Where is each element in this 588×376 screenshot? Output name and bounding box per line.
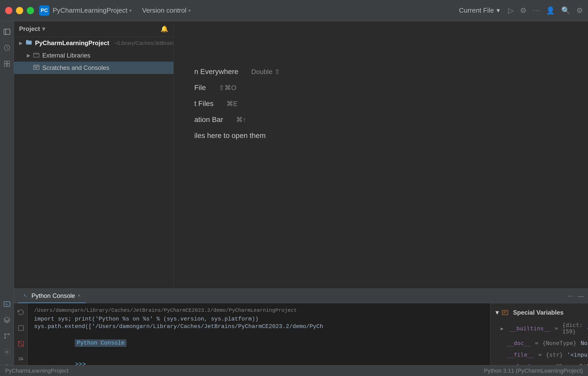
app-icon: PC — [39, 5, 49, 16]
status-bar: PyCharmLearningProject Python 3.11 (PyCh… — [0, 365, 588, 376]
sidebar: Project ▾ 🔔 ▶ PyCharmLearningProject ~/L… — [14, 21, 174, 288]
ext-lib-icon — [33, 52, 40, 59]
console-python-label: Python Console — [75, 339, 127, 347]
var-item-builtins[interactable]: ▶ __builtins__ = {dict: 159} {'Arithmet.… — [490, 319, 588, 337]
console-line-1: import sys; print('Python %s on %s' % (s… — [34, 316, 484, 322]
tab-python-console[interactable]: Python Console × — [18, 289, 86, 303]
activity-console-icon[interactable] — [2, 299, 12, 309]
svg-rect-0 — [4, 29, 10, 35]
var-item-doc: __doc__ = {NoneType} None — [490, 337, 588, 349]
more-options-icon[interactable]: ⋯ — [533, 6, 540, 15]
close-button[interactable] — [5, 7, 12, 14]
project-root-label: PyCharmLearningProject — [35, 39, 109, 47]
welcome-shortcut-2: ⌘E — [226, 100, 238, 108]
status-project-name: PyCharmLearningProject — [5, 367, 69, 374]
builtins-expand-icon: ▶ — [501, 326, 503, 331]
svg-rect-3 — [7, 61, 10, 63]
activity-project-icon[interactable] — [2, 26, 12, 37]
current-file-chevron-icon: ▾ — [497, 6, 500, 14]
sidebar-header: Project ▾ — [14, 21, 173, 37]
search-icon[interactable]: 🔍 — [561, 6, 570, 15]
welcome-action-0: n Everywhere — [194, 68, 238, 76]
welcome-shortcut-3: ⌘↑ — [236, 116, 246, 124]
main-layout: Project ▾ 🔔 ▶ PyCharmLearningProject ~/L… — [0, 21, 588, 376]
activity-bar — [0, 21, 14, 376]
current-file-button[interactable]: Current File ▾ — [456, 5, 503, 16]
svg-point-9 — [4, 337, 6, 339]
welcome-shortcut-0: Double ⇧ — [251, 68, 280, 76]
console-soft-wrap-icon[interactable] — [16, 355, 26, 366]
panel-tabs: Python Console × ⋯ — — [14, 289, 588, 303]
content-area: Project ▾ 🔔 ▶ PyCharmLearningProject ~/L… — [14, 21, 588, 376]
svg-rect-5 — [7, 64, 10, 66]
tree-item-scratches[interactable]: ▶ Scratches and Consoles — [14, 62, 173, 74]
svg-rect-13 — [33, 53, 39, 57]
sidebar-chevron-icon[interactable]: ▾ — [42, 25, 45, 32]
panel-minimize-icon[interactable]: — — [578, 292, 584, 300]
activity-layers-icon[interactable] — [2, 315, 12, 325]
editor-area: n Everywhere Double ⇧ File ⇧⌘O t Files ⌘… — [174, 21, 588, 288]
welcome-action-1: File — [194, 84, 206, 92]
welcome-item-1: File ⇧⌘O — [194, 84, 567, 92]
minimize-button[interactable] — [16, 7, 23, 14]
editor-welcome: n Everywhere Double ⇧ File ⇧⌘O t Files ⌘… — [174, 52, 588, 155]
tree-item-project[interactable]: ▶ PyCharmLearningProject ~/Library/Cache… — [14, 37, 173, 49]
panel-tab-actions: ⋯ — — [567, 292, 584, 300]
run-icon[interactable]: ▷ — [508, 6, 514, 15]
console-stop-icon[interactable] — [16, 323, 26, 335]
welcome-action-2: t Files — [194, 100, 214, 108]
version-control-button[interactable]: Version control — [142, 6, 186, 14]
current-file-label: Current File — [459, 6, 494, 14]
var-item-file: __file__ = {str} '<input>' — [490, 349, 588, 361]
titlebar: PC PyCharmLearningProject ▾ Version cont… — [0, 0, 588, 21]
svg-point-10 — [8, 334, 9, 335]
titlebar-actions: ▷ ⚙ ⋯ 👤 🔍 ⚙ — [508, 6, 583, 15]
activity-plugins-icon[interactable] — [2, 58, 12, 69]
console-tab-close-icon[interactable]: × — [78, 293, 81, 299]
svg-rect-4 — [4, 64, 6, 66]
status-python-version: Python 3.11 (PyCharmLearningProject) — [484, 367, 583, 374]
activity-learn-icon[interactable] — [2, 42, 12, 53]
activity-git-icon[interactable] — [2, 331, 12, 341]
svg-point-11 — [4, 334, 6, 335]
scratches-label: Scratches and Consoles — [42, 64, 109, 71]
special-vars-expand-icon: ▾ — [495, 309, 499, 316]
console-clear-icon[interactable] — [16, 339, 26, 350]
maximize-button[interactable] — [27, 7, 34, 14]
welcome-item-2: t Files ⌘E — [194, 100, 567, 108]
svg-rect-29 — [502, 310, 508, 315]
welcome-shortcut-1: ⇧⌘O — [219, 84, 236, 92]
notification-bell-icon[interactable]: 🔔 — [161, 25, 168, 32]
expand-ext-lib-icon: ▶ — [27, 53, 30, 58]
folder-icon — [25, 39, 32, 47]
scratches-icon — [33, 64, 40, 71]
ext-lib-label: External Libraries — [42, 52, 90, 59]
version-control-chevron-icon[interactable]: ▾ — [188, 8, 191, 13]
welcome-action-3: ation Bar — [194, 116, 223, 124]
welcome-item-4: iles here to open them — [194, 132, 567, 140]
activity-settings-icon[interactable] — [2, 347, 12, 357]
console-line-2: sys.path.extend(['/Users/damongarn/Libra… — [34, 323, 484, 330]
project-dropdown-chevron-icon[interactable]: ▾ — [129, 8, 132, 13]
sidebar-title: Project — [19, 25, 40, 32]
tree-item-external-libraries[interactable]: ▶ External Libraries — [14, 49, 173, 62]
account-icon[interactable]: 👤 — [546, 6, 555, 15]
traffic-lights — [5, 7, 34, 14]
top-section: Project ▾ 🔔 ▶ PyCharmLearningProject ~/L… — [14, 21, 588, 288]
bottom-panel: Python Console × ⋯ — — [14, 288, 588, 376]
settings-icon[interactable]: ⚙ — [576, 6, 583, 15]
special-variables-header[interactable]: ▾ Special Variables — [490, 306, 588, 319]
builtins-name: __builtins__ — [510, 325, 551, 332]
debug-icon[interactable]: ⚙ — [520, 6, 526, 15]
welcome-action-4: iles here to open them — [194, 132, 266, 140]
welcome-item-0: n Everywhere Double ⇧ — [194, 68, 567, 76]
panel-more-icon[interactable]: ⋯ — [567, 292, 574, 300]
welcome-item-3: ation Bar ⌘↑ — [194, 116, 567, 124]
svg-rect-2 — [4, 61, 6, 63]
svg-marker-8 — [4, 317, 10, 321]
console-tab-label: Python Console — [31, 292, 75, 299]
console-tab-icon — [23, 292, 29, 299]
project-name[interactable]: PyCharmLearningProject — [53, 6, 127, 14]
special-variables-title: Special Variables — [513, 309, 564, 316]
console-rerun-icon[interactable] — [16, 307, 26, 319]
